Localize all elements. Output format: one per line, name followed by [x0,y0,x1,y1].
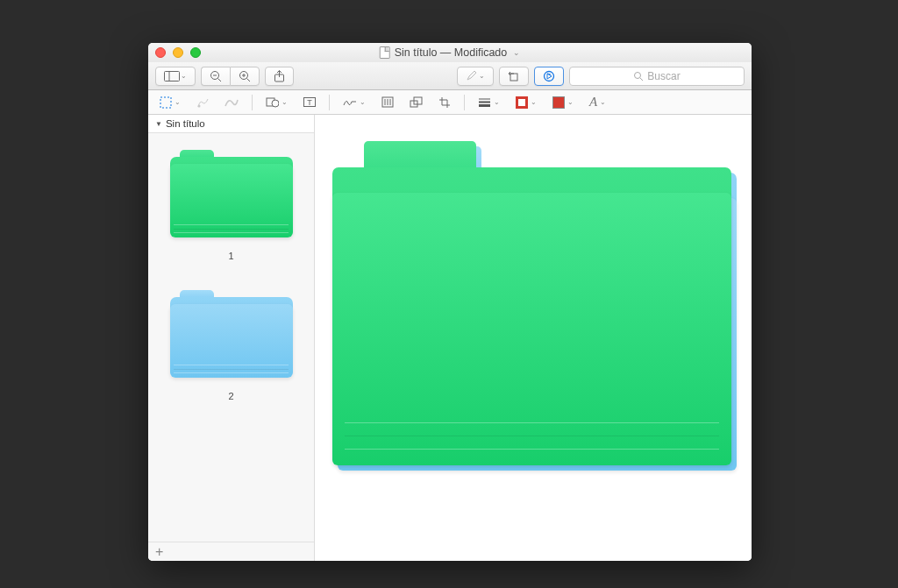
close-button[interactable] [155,47,166,58]
traffic-lights [155,47,201,58]
thumbnails-sidebar: ▼ Sin título 1 [148,115,315,561]
svg-point-19 [272,100,279,107]
canvas-area[interactable] [315,115,752,561]
chevron-down-icon: ⌄ [181,72,187,80]
search-field[interactable]: Buscar [569,67,745,86]
markup-toolbar: ⌄ ⌄ T ⌄ ⌄ ⌄ [148,90,752,115]
share-button[interactable] [265,67,294,86]
chevron-down-icon: ⌄ [513,48,520,57]
highlight-button[interactable]: ⌄ [457,67,494,86]
svg-line-15 [640,78,643,81]
svg-rect-11 [510,74,517,81]
main-toolbar: ⌄ ⌄ Buscar [148,62,752,90]
svg-line-3 [218,78,222,81]
sidebar-footer: + [148,542,314,561]
thumbnail-label: 1 [228,251,233,261]
svg-point-17 [198,104,201,107]
svg-point-14 [635,72,641,78]
sidebar-toggle-button[interactable]: ⌄ [155,67,196,86]
text-tool[interactable]: T [301,95,318,110]
thumbnail-image [166,145,297,242]
zoom-button[interactable] [190,47,201,58]
thumbnail-1[interactable]: 1 [148,145,314,261]
adjust-size-tool[interactable] [407,95,425,110]
sketch-tool[interactable] [222,95,241,110]
green-folder-icon [332,141,731,465]
text-style-tool[interactable]: A⌄ [587,93,609,111]
border-color-tool[interactable]: ⌄ [513,95,539,110]
thumbnail-image [166,286,297,382]
preview-window: Sin título — Modificado ⌄ ⌄ ⌄ [148,43,752,561]
minimize-button[interactable] [173,47,183,58]
chevron-down-icon: ⌄ [479,72,485,80]
search-placeholder: Buscar [647,70,680,82]
zoom-group [201,67,260,86]
canvas-content[interactable] [332,141,734,474]
sidebar-header[interactable]: ▼ Sin título [148,115,314,133]
zoom-in-button[interactable] [230,67,260,86]
thumbnail-list: 1 2 [148,133,314,542]
fill-color-tool[interactable]: ⌄ [550,95,576,110]
add-page-button[interactable]: + [155,544,163,560]
thumbnail-label: 2 [228,391,233,401]
svg-text:T: T [307,98,312,107]
svg-line-6 [247,78,251,81]
content-area: ▼ Sin título 1 [148,115,752,561]
crop-tool[interactable] [436,95,453,110]
sign-tool[interactable]: ⌄ [340,95,368,110]
rotate-button[interactable] [499,67,529,86]
selection-tool[interactable]: ⌄ [157,95,183,110]
sidebar-title: Sin título [166,118,205,129]
svg-rect-16 [160,97,171,108]
shapes-tool[interactable]: ⌄ [263,95,290,110]
document-icon [380,46,390,59]
zoom-out-button[interactable] [201,67,230,86]
title-text: Sin título — Modificado [395,46,508,59]
fill-swatch [552,96,565,109]
titlebar[interactable]: Sin título — Modificado ⌄ [148,43,752,62]
window-title[interactable]: Sin título — Modificado ⌄ [380,46,521,59]
adjust-color-tool[interactable] [379,95,396,110]
thumbnail-2[interactable]: 2 [148,286,314,401]
search-icon [633,71,644,81]
border-swatch [516,96,528,109]
instant-alpha-tool[interactable] [194,95,211,110]
svg-rect-0 [165,71,180,81]
disclosure-triangle-icon: ▼ [155,120,162,128]
line-style-tool[interactable]: ⌄ [475,96,502,109]
markup-button[interactable] [534,67,564,86]
